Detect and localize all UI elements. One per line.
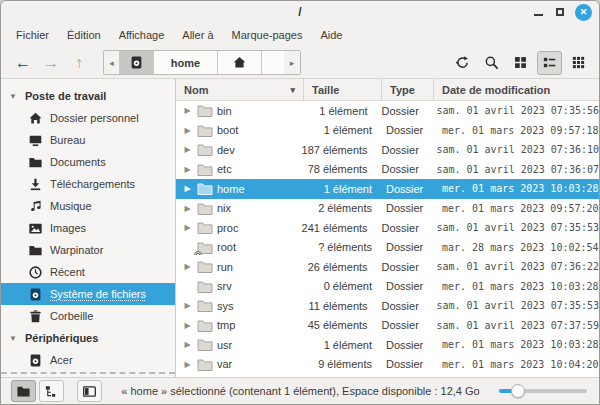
file-type: Dossier (382, 183, 434, 195)
sidebar-item-recent[interactable]: Récent (1, 261, 175, 283)
folder-icon (197, 337, 213, 352)
file-date: mer. 01 mars 2023 10:04:20 (434, 359, 599, 370)
search-icon (484, 55, 500, 71)
column-header-date[interactable]: Date de modification (434, 79, 599, 100)
folder-icon (197, 201, 213, 216)
sidebar-item-corbeille[interactable]: Corbeille (1, 305, 175, 327)
folder-icon (197, 103, 213, 118)
menu-aller-a[interactable]: Aller à (173, 26, 222, 44)
pathbar-scroll-left[interactable]: ◂ (104, 51, 120, 74)
file-type: Dossier (378, 261, 429, 273)
menu-fichier[interactable]: Fichier (7, 26, 58, 44)
zoom-slider[interactable] (499, 383, 587, 399)
sidebar-section-devices[interactable]: ▼ Périphériques (1, 327, 175, 349)
expander-icon[interactable]: ▶ (182, 360, 193, 369)
file-type: Dossier (378, 222, 429, 234)
table-row-etc[interactable]: ▶ etc 78 éléments Dossier sam. 01 avril … (176, 160, 599, 180)
folder-icon (197, 279, 213, 294)
menu-edition[interactable]: Édition (58, 26, 110, 44)
expander-icon[interactable]: ▶ (182, 106, 193, 115)
sidebar-item-telechargements[interactable]: Téléchargements (1, 173, 175, 195)
file-name: run (217, 261, 233, 273)
menu-marque-pages[interactable]: Marque-pages (223, 26, 312, 44)
file-list-pane: Nom ▾ Taille Type Date de modification ▶… (176, 79, 599, 377)
folder-icon (197, 162, 213, 177)
table-row-usr[interactable]: ▶ usr 1 élément Dossier mer. 01 mars 202… (176, 335, 599, 355)
table-row-root[interactable]: root ? éléments Dossier mar. 28 mars 202… (176, 238, 599, 258)
sidebar-item-bureau[interactable]: Bureau (1, 129, 175, 151)
pathbar-crumb-home-crumb[interactable]: home (154, 51, 218, 74)
sidebar-item-images[interactable]: Images (1, 217, 175, 239)
search-button[interactable] (479, 51, 504, 75)
table-row-var[interactable]: ▶ var 9 éléments Dossier mer. 01 mars 20… (176, 355, 599, 375)
table-row-proc[interactable]: ▶ proc 241 éléments Dossier sam. 01 avri… (176, 218, 599, 238)
expander-icon[interactable]: ▶ (182, 262, 193, 271)
show-treeview-button[interactable] (39, 380, 64, 402)
content-area: ▼ Poste de travail Dossier personnel Bur… (1, 79, 599, 377)
expander-icon[interactable]: ▶ (182, 126, 193, 135)
table-row-home[interactable]: ▶ home 1 élément Dossier mer. 01 mars 20… (176, 179, 599, 199)
minimize-icon[interactable] (531, 5, 545, 19)
expander-icon[interactable]: ▶ (182, 184, 193, 193)
list-view-button[interactable] (537, 51, 562, 75)
file-date: mer. 01 mars 2023 09:57:18 (434, 125, 599, 136)
table-row-dev[interactable]: ▶ dev 187 éléments Dossier sam. 01 avril… (176, 140, 599, 160)
reload-button[interactable] (450, 51, 475, 75)
file-date: sam. 01 avril 2023 07:35:56 (428, 105, 599, 116)
icon-view-button[interactable] (508, 51, 533, 75)
slider-handle[interactable] (511, 384, 525, 398)
show-places-button[interactable] (11, 380, 36, 402)
table-row-srv[interactable]: srv 0 élément Dossier mer. 01 mars 2023 … (176, 277, 599, 297)
toggle-sidebar-button[interactable] (77, 380, 102, 402)
file-type: Dossier (382, 124, 434, 136)
window-title: / (1, 5, 599, 19)
table-row-tmp[interactable]: ▶ tmp 45 éléments Dossier sam. 01 avril … (176, 316, 599, 336)
expander-icon[interactable]: ▶ (182, 204, 193, 213)
expander-icon[interactable]: ▶ (182, 301, 193, 310)
file-type: Dossier (382, 280, 434, 292)
file-size: ? éléments (304, 241, 382, 253)
sidebar-item-documents[interactable]: Documents (1, 151, 175, 173)
sidebar-item-dossier-personnel[interactable]: Dossier personnel (1, 107, 175, 129)
file-name: etc (217, 163, 232, 175)
up-button[interactable]: ↑ (65, 50, 93, 76)
column-header-name[interactable]: Nom ▾ (176, 79, 304, 100)
expander-icon[interactable]: ▶ (182, 321, 193, 330)
sidebar-section-computer[interactable]: ▼ Poste de travail (1, 85, 175, 107)
folder-icon (27, 154, 43, 170)
expander-icon[interactable]: ▶ (182, 145, 193, 154)
menu-affichage[interactable]: Affichage (110, 26, 174, 44)
close-icon[interactable] (575, 4, 592, 21)
table-row-nix[interactable]: ▶ nix 2 éléments Dossier mer. 01 mars 20… (176, 199, 599, 219)
table-row-run[interactable]: ▶ run 26 éléments Dossier sam. 01 avril … (176, 257, 599, 277)
sidebar-item-systeme-de-fichiers[interactable]: Système de fichiers (1, 283, 175, 305)
column-header-size[interactable]: Taille (304, 79, 382, 100)
menu-aide[interactable]: Aide (311, 26, 351, 44)
expander-icon[interactable]: ▶ (182, 340, 193, 349)
expander-icon[interactable]: ▶ (182, 223, 193, 232)
table-row-boot[interactable]: ▶ boot 1 élément Dossier mer. 01 mars 20… (176, 121, 599, 141)
compact-view-button[interactable] (566, 51, 591, 75)
collapse-triangle-icon: ▼ (9, 334, 19, 343)
pathbar-crumb-root[interactable] (120, 51, 154, 74)
back-button[interactable]: ← (9, 50, 37, 76)
expander-icon[interactable]: ▶ (182, 165, 193, 174)
sidebar-item-musique[interactable]: Musique (1, 195, 175, 217)
file-date: sam. 01 avril 2023 07:35:53 (428, 222, 599, 233)
folder-icon (197, 240, 213, 255)
sidebar-item-warpinator[interactable]: Warpinator (1, 239, 175, 261)
maximize-icon[interactable] (553, 5, 567, 19)
clock-icon (27, 264, 43, 280)
titlebar: / (1, 1, 599, 23)
file-size: 26 éléments (301, 261, 377, 273)
pathbar-scroll-right[interactable]: ▸ (284, 51, 300, 74)
table-row-sys[interactable]: ▶ sys 11 éléments Dossier sam. 01 avril … (176, 296, 599, 316)
file-date: sam. 01 avril 2023 07:36:22 (428, 261, 599, 272)
pathbar-crumb-user-home-crumb[interactable] (218, 51, 262, 74)
table-row-bin[interactable]: ▶ bin 1 élément Dossier sam. 01 avril 20… (176, 101, 599, 121)
forward-button[interactable]: → (37, 50, 65, 76)
folder-icon (197, 259, 213, 274)
column-header-type[interactable]: Type (382, 79, 434, 100)
menubar: FichierÉditionAffichageAller àMarque-pag… (1, 23, 599, 47)
sidebar-item-acer[interactable]: Acer (1, 349, 175, 371)
